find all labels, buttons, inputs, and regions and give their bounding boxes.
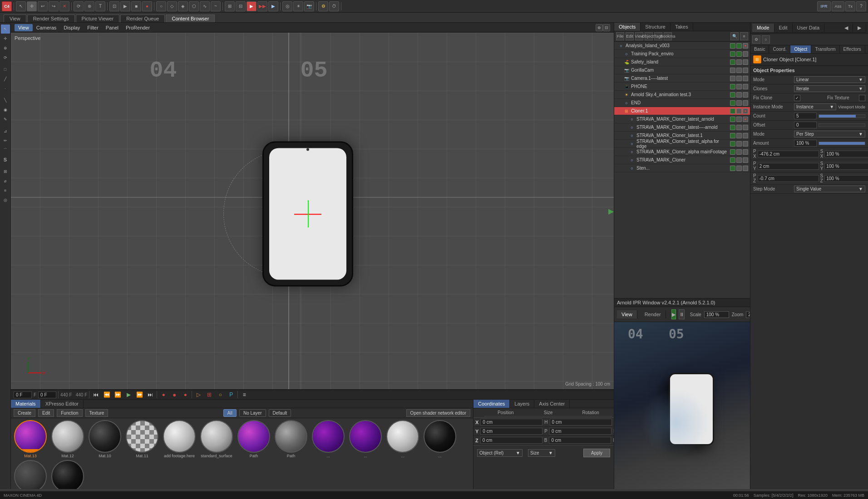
menu-display[interactable]: Display [60, 24, 84, 31]
objects-collapse-btn[interactable]: ≡ [740, 32, 748, 40]
left-btn-move[interactable]: ✛ [1, 34, 10, 43]
toolbar-light[interactable]: ☀ [293, 1, 303, 11]
mat-tab-xpresso[interactable]: XPresso Editor [41, 400, 84, 408]
left-btn-ruler[interactable]: ⊿ [1, 127, 10, 136]
attr-subtab-object[interactable]: Object [790, 45, 811, 53]
obj-vis-7[interactable] [730, 100, 735, 106]
mat-btn-function[interactable]: Function [57, 409, 82, 417]
obj-vis-6[interactable] [730, 92, 735, 98]
pz-input[interactable] [758, 175, 819, 182]
obj-vis-5[interactable] [730, 84, 735, 89]
btn-play-fwd[interactable]: ▶ [124, 390, 133, 399]
attr-offset-slider[interactable] [819, 123, 865, 127]
ipr-play-btn[interactable]: ▶ [671, 309, 676, 319]
mat-item-8[interactable]: ... [311, 420, 346, 458]
toolbar-geo[interactable]: ⬡ [189, 1, 199, 11]
obj-vis-11[interactable] [730, 133, 735, 138]
mat-item-3[interactable]: Mat.11 [124, 420, 160, 458]
attr-icon-btn[interactable]: ⚙ [752, 35, 760, 44]
toolbar-t1[interactable]: T [95, 1, 105, 11]
left-btn-pen[interactable]: ✏ [1, 136, 10, 145]
obj-item-2[interactable]: ⛳ Safety_island [614, 58, 750, 66]
sx-input[interactable] [824, 151, 868, 157]
obj-lock-1[interactable] [736, 51, 742, 57]
obj-lock-14[interactable] [736, 157, 742, 163]
mat-btn-texture[interactable]: Texture [85, 409, 108, 417]
tab-render-settings[interactable]: Render Settings [27, 15, 75, 22]
toolbar-morph[interactable]: ◈ [178, 1, 188, 11]
btn-key4[interactable]: P [227, 390, 236, 399]
tab-content-browser[interactable]: Content Browser [166, 15, 215, 22]
attr-amount-input[interactable] [794, 140, 817, 147]
btn-record2[interactable]: ● [170, 390, 179, 399]
toolbar-render-region[interactable]: ⊞ [225, 1, 235, 11]
btn-play-back[interactable]: ⏩ [135, 390, 144, 399]
obj-lock-12[interactable] [736, 141, 742, 147]
mat-item-6[interactable]: Path [236, 420, 271, 458]
obj-lock-4[interactable] [736, 76, 742, 81]
toolbar-redo[interactable]: ↪ [49, 1, 59, 11]
left-btn-brush[interactable]: ◉ [1, 105, 10, 114]
obj-render-3[interactable] [743, 68, 748, 73]
sy-input[interactable] [824, 163, 868, 170]
frame-start-field[interactable] [14, 391, 32, 398]
structure-tab[interactable]: Structure [641, 23, 671, 31]
attr-fixtex-checkbox[interactable] [859, 95, 865, 101]
toolbar-tx[interactable]: Tx [845, 1, 855, 11]
toolbar-undo[interactable]: ↩ [38, 1, 48, 11]
ipr-tab-render[interactable]: Render [640, 310, 666, 318]
toolbar-play[interactable]: ▶ [120, 1, 130, 11]
toolbar-help[interactable]: ? [856, 1, 866, 11]
toolbar-bend[interactable]: ∿ [200, 1, 210, 11]
obj-render-5[interactable] [743, 84, 748, 89]
obj-render-1[interactable] [743, 51, 748, 57]
obj-item-4[interactable]: 📷 Camera.1----latest [614, 74, 750, 83]
left-btn-xray[interactable]: ◎ [1, 196, 10, 205]
mat-item-1[interactable]: Mat.12 [50, 420, 85, 458]
obj-render-14[interactable] [743, 157, 748, 163]
toolbar-rotate[interactable]: ⟳ [74, 1, 84, 11]
btn-record[interactable]: ● [159, 390, 168, 399]
mat-filter-default[interactable]: Default [269, 409, 291, 417]
left-btn-warp[interactable]: ⌀ [1, 176, 10, 186]
size-z-input[interactable] [549, 437, 611, 444]
toolbar-ass[interactable]: Ass [832, 1, 844, 11]
attr-mode2-dropdown[interactable]: Per Step ▼ [794, 131, 865, 137]
btn-skip-end[interactable]: ⏭ [146, 390, 155, 399]
mat-item-7[interactable]: Path [273, 420, 309, 458]
ipr-pause-btn[interactable]: ⏸ [679, 309, 685, 319]
btn-skip-start[interactable]: ⏮ [91, 390, 100, 399]
obj-lock-6[interactable] [736, 92, 742, 98]
attr-stepmode-dropdown[interactable]: Single Value ▼ [794, 186, 865, 192]
toolbar-cam[interactable]: 📷 [304, 1, 314, 11]
pos-z-input[interactable] [480, 437, 542, 444]
objects-edit-btn[interactable]: Edit [626, 32, 634, 40]
obj-render-6[interactable] [743, 92, 748, 98]
attr-clones-dropdown[interactable]: Iterate ▼ [794, 85, 865, 92]
obj-vis-3[interactable] [730, 68, 735, 73]
mat-item-12[interactable]: ... [13, 460, 48, 489]
menu-view[interactable]: View [15, 24, 33, 31]
size-x-input[interactable] [550, 419, 612, 426]
btn-key1[interactable]: ▷ [194, 390, 203, 399]
toolbar-close[interactable]: ✕ [59, 1, 69, 11]
obj-item-0[interactable]: ○ Analysis_Island_v003 ● [614, 42, 750, 50]
obj-vis-9[interactable] [730, 117, 735, 122]
left-btn-fill[interactable]: ⊞ [1, 167, 10, 176]
obj-lock-11[interactable] [736, 133, 742, 138]
obj-render-13[interactable] [743, 149, 748, 155]
apply-button[interactable]: Apply [583, 449, 610, 457]
menu-filter[interactable]: Filter [84, 24, 102, 31]
attr-instmode-dropdown[interactable]: Instance ▼ [794, 103, 836, 110]
mat-item-2[interactable]: Mat.10 [87, 420, 123, 458]
obj-lock-2[interactable] [736, 59, 742, 65]
toolbar-timeline-btn[interactable]: ⏱ [329, 1, 339, 11]
toolbar-spline[interactable]: ~ [211, 1, 221, 11]
obj-lock-15[interactable] [736, 166, 742, 171]
obj-vis-1[interactable] [730, 51, 735, 57]
toolbar-rec[interactable]: ● [142, 1, 152, 11]
attr-icon-btn2[interactable]: ○ [762, 35, 770, 44]
ipr-tab-view[interactable]: View [617, 310, 637, 318]
size-y-input[interactable] [549, 428, 612, 435]
obj-lock-13[interactable] [736, 149, 742, 155]
